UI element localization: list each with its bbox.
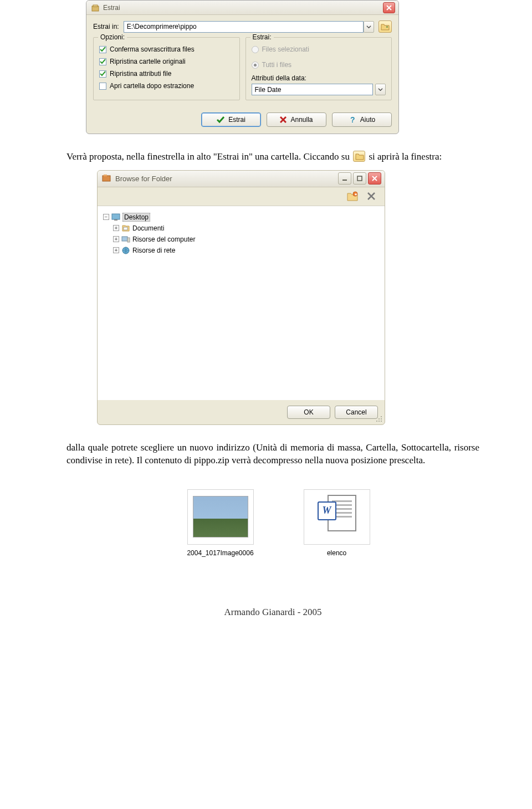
tree-label: Risorse del computer (132, 235, 195, 243)
svg-rect-6 (357, 176, 362, 181)
options-group-title: Opzioni: (98, 33, 127, 41)
folder-tree[interactable]: − Desktop + Documenti + Risorse del comp… (98, 206, 385, 400)
tree-label: Documenti (132, 224, 164, 232)
svg-point-19 (378, 421, 380, 422)
extract-scope-title: Estrai: (250, 33, 274, 41)
thumbnail-document[interactable]: W elenco (304, 489, 370, 557)
delete-button[interactable] (364, 189, 379, 203)
expand-icon[interactable]: + (113, 247, 119, 253)
dialog-title: Estrai (103, 4, 380, 12)
toolbar: ★ (98, 187, 385, 206)
svg-rect-11 (124, 227, 127, 230)
paragraph-2: dalla quale potrete scegliere un nuovo i… (66, 442, 479, 467)
tree-node-network[interactable]: + Risorse di rete (113, 245, 379, 256)
thumbnails: 2004_1017Image0006 W elenco (78, 489, 479, 557)
tree-node-desktop[interactable]: − Desktop (103, 212, 379, 223)
page-footer: Armando Gianardi - 2005 (66, 607, 479, 618)
help-button[interactable]: ? Aiuto (332, 112, 392, 127)
titlebar[interactable]: Estrai (86, 1, 398, 15)
tree-label: Risorse di rete (132, 247, 175, 254)
svg-point-16 (378, 418, 380, 419)
radio-icon (252, 62, 259, 69)
close-button[interactable] (383, 2, 395, 13)
extract-button[interactable]: Estrai (201, 112, 261, 127)
svg-rect-12 (122, 237, 127, 241)
svg-rect-5 (342, 180, 347, 181)
ok-button[interactable]: OK (287, 406, 330, 419)
app-icon (102, 173, 111, 184)
svg-rect-9 (112, 214, 120, 219)
svg-rect-4 (104, 175, 107, 176)
thumb-preview (187, 489, 254, 545)
expand-icon[interactable]: + (113, 225, 119, 231)
thumbnail-image[interactable]: 2004_1017Image0006 (187, 489, 253, 557)
checkbox-icon (99, 46, 106, 53)
svg-text:★: ★ (354, 192, 357, 196)
tree-node-documents[interactable]: + Documenti (113, 223, 379, 234)
extract-path-input[interactable] (124, 21, 364, 33)
x-icon (280, 116, 287, 123)
path-dropdown-button[interactable] (364, 21, 374, 33)
cancel-button[interactable]: Annulla (267, 112, 326, 127)
browse-folder-icon (353, 151, 365, 162)
svg-point-20 (381, 421, 382, 422)
browse-folder-dialog: Browse for Folder ★ − Desktop + (97, 170, 385, 425)
collapse-icon[interactable]: − (103, 214, 109, 220)
help-icon: ? (349, 116, 356, 124)
svg-rect-1 (93, 5, 98, 7)
network-icon (121, 246, 130, 255)
app-icon (91, 3, 100, 12)
svg-rect-10 (114, 219, 117, 221)
thumb-preview: W (304, 489, 370, 545)
svg-text:?: ? (350, 116, 355, 124)
option-restore-attributes[interactable]: Ripristina attributi file (99, 68, 234, 80)
computer-icon (121, 235, 130, 244)
tree-label: Desktop (122, 213, 150, 222)
titlebar[interactable]: Browse for Folder (98, 171, 385, 187)
landscape-image-icon (193, 496, 248, 537)
svg-rect-3 (103, 176, 110, 181)
svg-rect-13 (127, 238, 130, 242)
tree-node-computer[interactable]: + Risorse del computer (113, 234, 379, 245)
option-restore-folders[interactable]: Ripristina cartelle originali (99, 55, 234, 68)
minimize-button[interactable] (338, 172, 351, 185)
svg-point-15 (381, 416, 382, 417)
date-attr-label: Attributi della data: (252, 74, 386, 82)
desktop-icon (111, 213, 120, 222)
option-confirm-overwrite[interactable]: Conferma sovrascrittura files (99, 43, 234, 55)
browse-folder-button[interactable] (378, 21, 392, 33)
options-group: Opzioni: Conferma sovrascrittura files R… (93, 37, 240, 100)
paragraph-1: Verrà proposta, nella finestrella in alt… (66, 151, 479, 163)
svg-point-18 (376, 421, 377, 422)
svg-point-17 (381, 418, 382, 419)
extract-dialog: Estrai Estrai in: Opzioni (86, 0, 399, 134)
date-attr-select[interactable] (252, 84, 374, 95)
radio-all-files: Tutti i files (252, 59, 386, 71)
radio-selected-files: Files selezionati (252, 43, 386, 55)
dialog-title: Browse for Folder (115, 175, 334, 183)
documents-icon (121, 224, 130, 233)
check-icon (217, 116, 224, 124)
radio-icon (252, 46, 259, 53)
maximize-button[interactable] (353, 172, 366, 185)
expand-icon[interactable]: + (113, 236, 119, 242)
word-document-icon: W (318, 495, 356, 539)
thumb-label: 2004_1017Image0006 (187, 549, 253, 557)
extract-path-label: Estrai in: (93, 23, 119, 30)
cancel-button[interactable]: Cancel (335, 406, 378, 419)
new-folder-button[interactable]: ★ (345, 189, 360, 203)
thumb-label: elenco (327, 549, 346, 557)
date-attr-dropdown-button[interactable] (375, 84, 386, 95)
close-button[interactable] (368, 172, 381, 185)
extract-scope-group: Estrai: Files selezionati Tutti i files … (245, 37, 392, 100)
checkbox-icon (99, 83, 106, 90)
resize-grip[interactable] (375, 414, 382, 422)
checkbox-icon (99, 58, 106, 65)
checkbox-icon (99, 70, 106, 78)
option-open-folder-after[interactable]: Apri cartella dopo estrazione (99, 80, 234, 92)
